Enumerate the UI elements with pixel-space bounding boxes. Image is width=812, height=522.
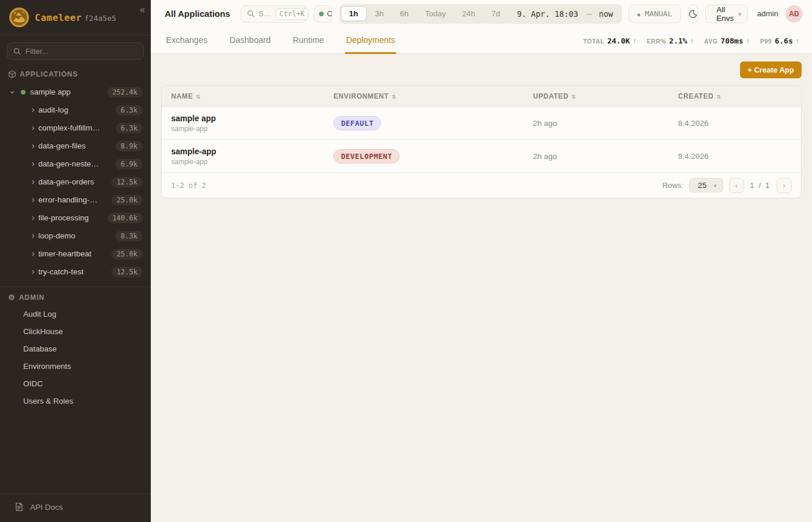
tree-item-file-processing[interactable]: file-processing 140.6k	[5, 209, 146, 227]
time-range-today[interactable]: Today	[418, 7, 454, 20]
chevron-down-icon[interactable]	[9, 89, 17, 95]
chevron-right-icon[interactable]	[30, 143, 38, 149]
create-app-button[interactable]: + Create App	[740, 61, 802, 78]
search-icon	[247, 10, 255, 17]
next-page-button[interactable]	[777, 178, 792, 193]
count-badge: 12.5k	[111, 267, 143, 277]
time-range-7d[interactable]: 7d	[484, 7, 507, 20]
manual-refresh-button[interactable]: MANUAL	[629, 5, 681, 23]
topbar: All Applications Ctrl+K O 1h 3h 6h Today…	[151, 0, 812, 27]
app-version: f24a5e5	[85, 14, 117, 23]
column-header-name[interactable]: NAME	[162, 92, 324, 100]
time-range-control: 1h 3h 6h Today 24h 7d 9. Apr. 18:03 – no…	[339, 4, 622, 24]
api-docs-link[interactable]: API Docs	[0, 494, 151, 522]
package-icon	[8, 70, 16, 78]
app-name: sample-app	[171, 147, 324, 156]
table-row-sample-app[interactable]: sample app sample-app DEFAULT 2h ago 8.4…	[162, 107, 801, 140]
rows-per-page-select[interactable]: 25	[689, 178, 723, 193]
sort-icon[interactable]	[392, 92, 396, 100]
prev-page-button[interactable]	[729, 178, 744, 193]
updated-cell: 2h ago	[524, 152, 669, 161]
chevron-right-icon[interactable]	[30, 215, 38, 221]
sidebar-filter[interactable]	[7, 42, 144, 60]
chevron-right-icon[interactable]	[30, 233, 38, 239]
search-input[interactable]	[259, 9, 271, 18]
tab-exchanges[interactable]: Exchanges	[165, 27, 209, 54]
document-icon	[15, 502, 23, 512]
count-badge: 8.3k	[115, 231, 143, 241]
cameleer-logo-icon	[9, 8, 29, 27]
chevron-right-icon[interactable]	[30, 179, 38, 185]
sidebar-collapse-icon[interactable]	[140, 5, 145, 15]
tab-dashboard[interactable]: Dashboard	[229, 27, 272, 54]
chevron-right-icon[interactable]	[30, 125, 38, 131]
sort-icon[interactable]	[196, 92, 201, 100]
tree-item-data-gen-files[interactable]: data-gen-files 8.9k	[5, 137, 146, 155]
time-range-6h[interactable]: 6h	[393, 7, 416, 20]
dark-mode-toggle[interactable]	[688, 5, 699, 23]
column-header-updated[interactable]: UPDATED	[524, 92, 669, 100]
range-start-datetime[interactable]: 9. Apr. 18:03	[509, 9, 584, 19]
sidebar-item-clickhouse[interactable]: ClickHouse	[5, 322, 146, 340]
online-status-chip[interactable]: O	[314, 5, 332, 23]
chevron-right-icon[interactable]	[30, 251, 38, 257]
sort-icon[interactable]	[571, 92, 576, 100]
chevron-right-icon[interactable]	[30, 107, 38, 113]
tree-item-timer-heartbeat[interactable]: timer-heartbeat 25.0k	[5, 245, 146, 263]
sidebar-item-environments[interactable]: Environments	[5, 357, 146, 375]
range-separator: –	[585, 8, 593, 19]
tree-item-audit-log[interactable]: audit-log 6.3k	[5, 101, 146, 119]
count-badge: 25.0k	[111, 195, 143, 205]
tree-item-loop-demo[interactable]: loop-demo 8.3k	[5, 227, 146, 245]
sidebar: Cameleer f24a5e5 APPLICATIONS	[0, 0, 151, 522]
sidebar-item-oidc[interactable]: OIDC	[5, 375, 146, 392]
count-badge: 6.3k	[115, 123, 143, 133]
tree-item-data-gen-orders[interactable]: data-gen-orders 12.5k	[5, 173, 146, 191]
admin-section-header: ADMIN	[0, 287, 151, 305]
trend-up-icon	[690, 35, 694, 46]
column-header-created[interactable]: CREATED	[669, 92, 801, 100]
deployments-content: + Create App NAME ENVIRONMENT UPDATED CR…	[151, 54, 812, 522]
count-badge: 25.0k	[111, 249, 143, 259]
applications-section-header: APPLICATIONS	[0, 64, 151, 82]
time-range-24h[interactable]: 24h	[455, 7, 483, 20]
filter-input[interactable]	[26, 47, 137, 56]
sort-icon[interactable]	[716, 92, 721, 100]
tree-item-data-gen-nested[interactable]: data-gen-neste… 6.9k	[5, 155, 146, 173]
tree-item-complex-fulfillment[interactable]: complex-fulfillm… 6.3k	[5, 119, 146, 137]
sidebar-item-audit-log[interactable]: Audit Log	[5, 305, 146, 322]
time-range-1h[interactable]: 1h	[341, 6, 367, 21]
tree-item-error-handling[interactable]: error-handling-… 25.0k	[5, 191, 146, 209]
applications-table: NAME ENVIRONMENT UPDATED CREATED sample …	[161, 85, 802, 198]
range-end-datetime[interactable]: now	[594, 9, 620, 19]
tree-item-try-catch-test[interactable]: try-catch-test 12.5k	[5, 263, 146, 281]
search-icon	[13, 48, 21, 55]
avatar[interactable]: AD	[785, 5, 803, 23]
rows-per-page-label: Rows:	[662, 181, 683, 190]
chevron-down-icon	[713, 181, 717, 190]
app-title: Cameleer	[35, 12, 82, 23]
tab-runtime[interactable]: Runtime	[292, 27, 325, 54]
applications-tree: sample app 252.4k audit-log 6.3k complex…	[0, 82, 151, 281]
bullet-icon	[637, 9, 640, 18]
chevron-right-icon[interactable]	[30, 197, 38, 203]
time-range-3h[interactable]: 3h	[368, 7, 392, 20]
environment-select[interactable]: All Envs	[705, 5, 748, 23]
app-slug: sample-app	[171, 158, 324, 166]
column-header-environment[interactable]: ENVIRONMENT	[324, 92, 524, 100]
chevron-right-icon[interactable]	[30, 161, 38, 167]
tree-item-sample-app[interactable]: sample app 252.4k	[5, 83, 146, 101]
tab-deployments[interactable]: Deployments	[345, 27, 397, 54]
chevron-right-icon[interactable]	[30, 269, 38, 275]
trend-up-icon	[796, 35, 799, 46]
sidebar-item-users-roles[interactable]: Users & Roles	[5, 392, 146, 409]
stat-error-rate: ERR% 2.1%	[647, 35, 694, 46]
global-search[interactable]: Ctrl+K	[241, 5, 307, 23]
gear-icon	[8, 293, 16, 302]
online-dot-icon	[319, 12, 324, 16]
sidebar-item-database[interactable]: Database	[5, 340, 146, 357]
table-row-sample-app-dev[interactable]: sample-app sample-app DEVELOPMENT 2h ago…	[162, 140, 801, 173]
username-label: admin	[757, 9, 778, 18]
tabs-row: Exchanges Dashboard Runtime Deployments …	[151, 27, 812, 54]
trend-up-icon	[633, 35, 636, 46]
